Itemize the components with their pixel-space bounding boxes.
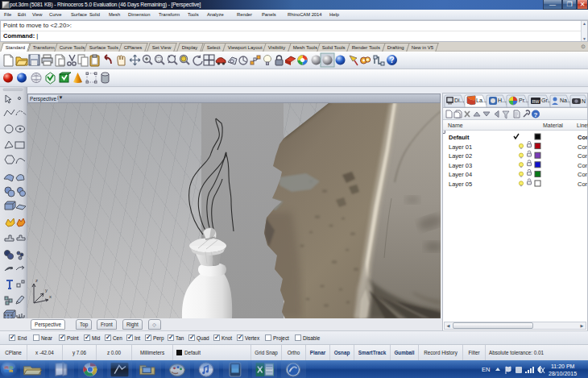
svg-text:La...: La...: [476, 98, 487, 103]
svg-text:RW: RW: [532, 99, 540, 104]
svg-text:y: y: [45, 288, 48, 293]
svg-text:Default: Default: [449, 134, 470, 141]
svg-text:Na...: Na...: [560, 98, 572, 103]
svg-text:Layer 01: Layer 01: [449, 143, 472, 151]
svg-text:Conti: Conti: [578, 162, 587, 169]
svg-text:H...: H...: [498, 98, 507, 103]
svg-text:Layer 05: Layer 05: [449, 181, 472, 188]
svg-text:Layer 04: Layer 04: [449, 171, 472, 178]
svg-text:?: ?: [389, 56, 394, 64]
svg-text:11:20 PM: 11:20 PM: [551, 363, 575, 369]
svg-text:Layer 03: Layer 03: [449, 162, 472, 169]
svg-text:Conti: Conti: [578, 171, 587, 178]
svg-text:Layer 02: Layer 02: [449, 152, 472, 160]
svg-text:Conti: Conti: [578, 143, 587, 151]
svg-text:Pr...: Pr...: [519, 98, 529, 103]
svg-text:EN: EN: [482, 366, 490, 373]
svg-text:Conti: Conti: [578, 152, 587, 160]
svg-text:Cont: Cont: [578, 134, 587, 141]
svg-text:Conti: Conti: [578, 181, 587, 188]
svg-text:x: x: [49, 294, 52, 299]
svg-text:28/10/2015: 28/10/2015: [549, 371, 577, 376]
svg-text:N: N: [582, 98, 586, 104]
svg-text:Di...: Di...: [454, 98, 465, 103]
svg-text:z: z: [35, 278, 38, 283]
svg-text:?: ?: [534, 111, 538, 118]
